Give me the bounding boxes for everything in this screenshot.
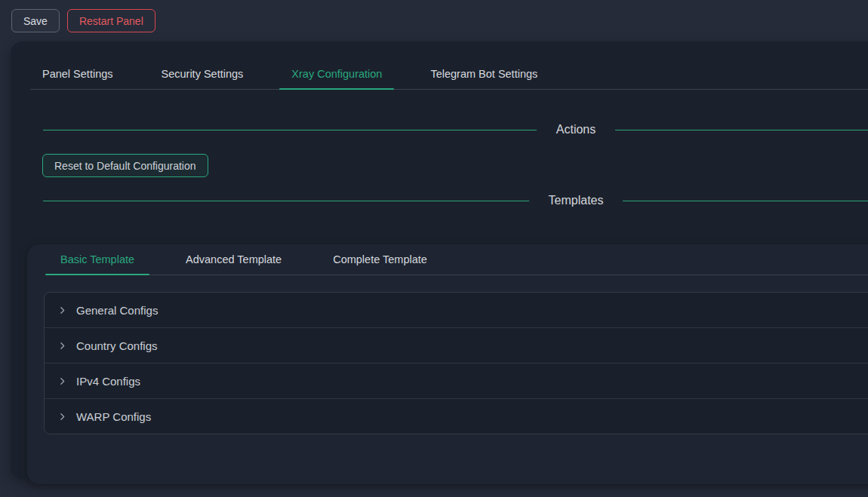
actions-divider-label: Actions [556, 123, 596, 137]
configs-accordion: General Configs Country Configs IPv4 Con… [44, 292, 868, 434]
divider-line [615, 130, 868, 130]
settings-tabbar: Panel Settings Security Settings Xray Co… [30, 59, 868, 90]
templates-divider-label: Templates [549, 194, 604, 207]
tab-telegram-bot-settings[interactable]: Telegram Bot Settings [418, 59, 549, 89]
tab-advanced-template[interactable]: Advanced Template [171, 244, 297, 275]
actions-divider: Actions [43, 123, 868, 137]
chevron-right-icon [57, 412, 67, 422]
tab-security-settings[interactable]: Security Settings [149, 59, 256, 89]
accordion-item-label: Country Configs [76, 339, 158, 352]
accordion-item-country-configs[interactable]: Country Configs [45, 327, 868, 363]
top-toolbar: Save Restart Panel [11, 9, 155, 32]
reset-default-configuration-button[interactable]: Reset to Default Configuration [42, 154, 208, 177]
template-tabbar: Basic Template Advanced Template Complet… [45, 244, 868, 275]
templates-divider: Templates [43, 194, 868, 207]
settings-card: Panel Settings Security Settings Xray Co… [11, 41, 868, 479]
accordion-item-ipv4-configs[interactable]: IPv4 Configs [45, 363, 868, 398]
tab-complete-template[interactable]: Complete Template [318, 244, 442, 275]
restart-panel-button[interactable]: Restart Panel [67, 9, 155, 32]
divider-line [43, 130, 537, 130]
accordion-item-label: General Configs [76, 304, 158, 317]
tab-basic-template[interactable]: Basic Template [45, 244, 149, 275]
templates-card: Basic Template Advanced Template Complet… [27, 244, 868, 484]
accordion-item-general-configs[interactable]: General Configs [45, 293, 868, 327]
accordion-item-label: WARP Configs [76, 410, 151, 423]
save-button[interactable]: Save [11, 9, 60, 32]
divider-line [623, 201, 868, 201]
chevron-right-icon [57, 305, 67, 315]
accordion-item-label: IPv4 Configs [76, 375, 140, 388]
tab-xray-configuration[interactable]: Xray Configuration [279, 59, 394, 89]
accordion-item-warp-configs[interactable]: WARP Configs [45, 398, 868, 434]
tab-panel-settings[interactable]: Panel Settings [30, 59, 125, 89]
divider-line [43, 201, 529, 201]
chevron-right-icon [57, 341, 67, 351]
chevron-right-icon [57, 376, 67, 386]
